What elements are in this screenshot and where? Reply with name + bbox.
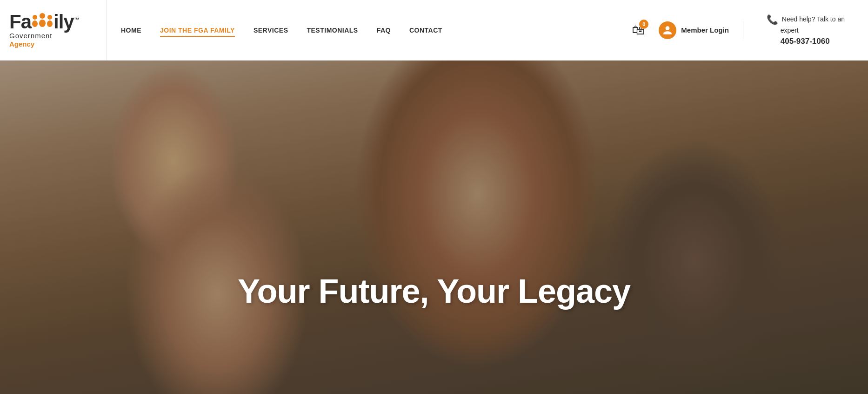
member-login-text: Member Login [681,26,729,34]
nav-link-faq[interactable]: FAQ [377,27,391,34]
logo[interactable]: Fa ily™ Government [9,12,79,48]
nav-item-contact[interactable]: CONTACT [409,26,442,34]
nav-link-join[interactable]: JOIN THE FGA FAMILY [160,27,235,37]
svg-point-4 [47,15,52,20]
hero-overlay [0,61,868,394]
phone-icon: 📞 [767,13,778,26]
hero-content: Your Future, Your Legacy [0,272,868,310]
cart-badge: 0 [639,20,648,29]
nav-link-services[interactable]: SERVICES [254,27,288,34]
help-line2: expert [767,26,845,35]
logo-subtitle: Government Agency [9,32,79,48]
svg-point-2 [40,13,45,19]
nav-item-join[interactable]: JOIN THE FGA FAMILY [160,26,235,34]
svg-point-0 [33,15,37,20]
help-line1: Need help? Talk to an [782,15,845,24]
nav-item-faq[interactable]: FAQ [377,26,391,34]
nav-item-services[interactable]: SERVICES [254,26,288,34]
help-top-line: 📞 Need help? Talk to an [767,13,845,26]
cart-button[interactable]: 🛍 0 [632,22,645,38]
help-phone[interactable]: 405-937-1060 [767,36,845,47]
person-icon [662,25,673,35]
member-icon [659,21,676,39]
hero-title: Your Future, Your Legacy [0,272,868,310]
nav-link-home[interactable]: HOME [121,27,141,34]
nav-link-contact[interactable]: CONTACT [409,27,442,34]
logo-fa: Fa [9,11,31,33]
nav-item-home[interactable]: HOME [121,26,141,34]
svg-point-5 [47,20,53,27]
hero-section: Your Future, Your Legacy [0,61,868,394]
member-login-button[interactable]: Member Login [659,21,743,39]
nav: HOME JOIN THE FGA FAMILY SERVICES TESTIM… [107,0,868,60]
logo-ily: ily [53,11,74,33]
logo-area: Fa ily™ Government [0,0,107,60]
logo-circles [31,13,53,27]
header: Fa ily™ Government [0,0,868,61]
svg-point-3 [39,20,46,27]
logo-tm: ™ [74,16,79,23]
nav-link-testimonials[interactable]: TESTIMONIALS [307,27,358,34]
help-area: 📞 Need help? Talk to an expert 405-937-1… [757,13,854,47]
nav-links: HOME JOIN THE FGA FAMILY SERVICES TESTIM… [121,26,442,34]
nav-item-testimonials[interactable]: TESTIMONIALS [307,26,358,34]
svg-point-1 [32,20,38,27]
